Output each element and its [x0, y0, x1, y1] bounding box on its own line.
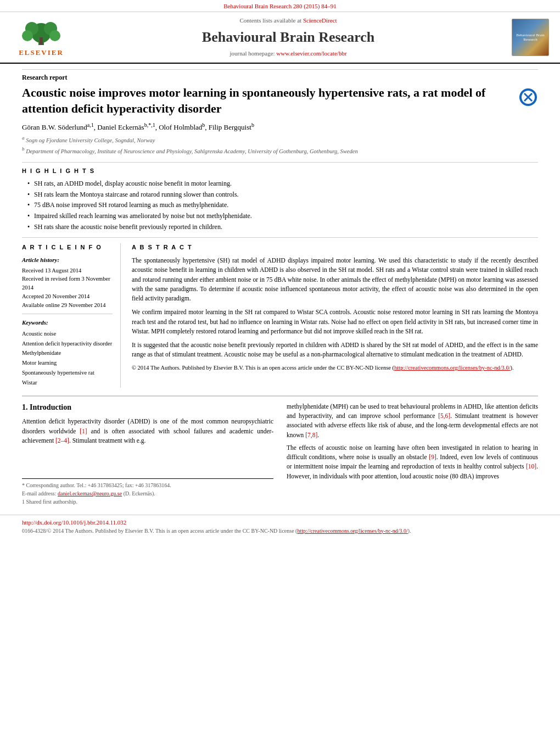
ref-1-link[interactable]: [1]	[80, 428, 87, 434]
abstract-paragraph-3: It is suggested that the acoustic noise …	[132, 341, 538, 360]
affiliation-a: a Sogn og Fjordane University College, S…	[22, 135, 538, 144]
journal-reference: Behavioural Brain Research 280 (2015) 84…	[0, 0, 560, 12]
ref-9-link[interactable]: [9]	[429, 454, 436, 460]
copyright-link[interactable]: http://creativecommons.org/licenses/by-n…	[394, 365, 511, 371]
svg-point-4	[22, 30, 33, 41]
intro-left-text: Attention deficit hyperactivity disorder…	[22, 417, 273, 445]
elsevier-tree-icon	[16, 16, 66, 47]
intro-two-col: 1. Introduction Attention deficit hypera…	[22, 402, 538, 506]
ref-2-4-link[interactable]: [2–4]	[55, 437, 69, 444]
paper-title-row: Acoustic noise improves motor learning i…	[22, 85, 538, 116]
journal-homepage: journal homepage: www.elsevier.com/locat…	[71, 49, 505, 58]
homepage-url[interactable]: www.elsevier.com/locate/bbr	[276, 50, 346, 57]
intro-paragraph-right-2: The effects of acoustic noise on learnin…	[287, 443, 538, 481]
highlights-list: SH rats, an ADHD model, display acoustic…	[22, 179, 538, 232]
online-date: Available online 29 November 2014	[22, 301, 113, 310]
journal-cover-image: Behavioural Brain Research	[512, 19, 549, 56]
intro-right-col: methylphenidate (MPH) can be used to tre…	[287, 402, 538, 506]
journal-ref-text: Behavioural Brain Research 280 (2015) 84…	[223, 3, 337, 9]
abstract-block: A B S T R A C T The spontaneously hypert…	[132, 243, 538, 388]
affiliation-b: b Department of Pharmacology, Institute …	[22, 146, 538, 155]
paper-content: Research report Acoustic noise improves …	[0, 64, 560, 512]
license-line: 0166-4328/© 2014 The Authors. Published …	[22, 527, 538, 535]
doi-bar: http://dx.doi.org/10.1016/j.bbr.2014.11.…	[0, 515, 560, 538]
keywords-list: Acoustic noise Attention deficit hyperac…	[22, 329, 113, 388]
footnote-email: E-mail address: daniel.eckernas@neuro.gu…	[22, 489, 273, 498]
journal-thumbnail: Behavioural Brain Research	[505, 19, 549, 56]
footnote-shared-first: 1 Shared first authorship.	[22, 498, 273, 506]
highlights-header: H I G H L I G H T S	[22, 167, 538, 175]
contents-line: Contents lists available at ScienceDirec…	[71, 16, 505, 25]
abstract-header: A B S T R A C T	[132, 243, 538, 252]
article-info-abstract-row: A R T I C L E I N F O Article history: R…	[22, 237, 538, 388]
article-history-dates: Received 13 August 2014 Received in revi…	[22, 266, 113, 315]
journal-name: Behavioural Brain Research	[71, 27, 505, 47]
intro-paragraph-left: Attention deficit hyperactivity disorder…	[22, 417, 273, 445]
paper-title: Acoustic noise improves motor learning i…	[22, 85, 513, 116]
abstract-paragraph-1: The spontaneously hypertensive (SH) rat …	[132, 256, 538, 303]
keyword-item: Wistar	[22, 378, 113, 388]
keyword-item: Spontaneously hypertensive rat	[22, 368, 113, 378]
elsevier-logo: ELSEVIER	[11, 16, 71, 58]
intro-right-text: methylphenidate (MPH) can be used to tre…	[287, 402, 538, 481]
keyword-item: Methylphenidate	[22, 348, 113, 358]
keyword-item: Acoustic noise	[22, 329, 113, 339]
introduction-section: 1. Introduction Attention deficit hypera…	[22, 395, 538, 506]
abstract-paragraph-2: We confirm impaired motor learning in th…	[132, 308, 538, 336]
license-link[interactable]: http://creativecommons.org/licenses/by-n…	[297, 528, 407, 534]
copyright-line: © 2014 The Authors. Published by Elsevie…	[132, 364, 538, 372]
article-info-block: A R T I C L E I N F O Article history: R…	[22, 243, 121, 388]
article-history-label: Article history:	[22, 256, 113, 264]
sciencedirect-link[interactable]: ScienceDirect	[303, 17, 337, 24]
ref-7-8-link[interactable]: [7,8]	[305, 432, 317, 438]
list-item: SH rats, an ADHD model, display acoustic…	[27, 179, 538, 188]
crossmark-logo	[518, 87, 538, 107]
homepage-label: journal homepage:	[229, 50, 275, 57]
footnote-corresponding: * Corresponding author. Tel.: +46 317863…	[22, 481, 273, 489]
accepted-date: Accepted 20 November 2014	[22, 292, 113, 301]
footnote-area: * Corresponding author. Tel.: +46 317863…	[22, 478, 273, 506]
intro-paragraph-right-1: methylphenidate (MPH) can be used to tre…	[287, 402, 538, 440]
authors-line: Göran B.W. Söderlunda,1, Daniel Eckernäs…	[22, 121, 538, 133]
doi-line: http://dx.doi.org/10.1016/j.bbr.2014.11.…	[22, 518, 538, 527]
article-info-header: A R T I C L E I N F O	[22, 243, 113, 252]
email-link[interactable]: daniel.eckernas@neuro.gu.se	[58, 490, 122, 496]
list-item: 75 dBA noise improved SH rotarod learnin…	[27, 200, 538, 210]
doi-link[interactable]: http://dx.doi.org/10.1016/j.bbr.2014.11.…	[22, 519, 126, 526]
section-type-label: Research report	[22, 69, 538, 82]
keywords-label: Keywords:	[22, 319, 113, 327]
keyword-item: Motor learning	[22, 358, 113, 368]
ref-10-link[interactable]: [10]	[526, 463, 536, 470]
received-date: Received 13 August 2014	[22, 266, 113, 275]
abstract-text: The spontaneously hypertensive (SH) rat …	[132, 256, 538, 372]
svg-point-5	[49, 30, 60, 41]
svg-rect-6	[40, 37, 43, 45]
intro-left-col: 1. Introduction Attention deficit hypera…	[22, 402, 273, 506]
list-item: Impaired skilled reach learning was amel…	[27, 211, 538, 221]
keyword-item: Attention deficit hyperactivity disorder	[22, 339, 113, 349]
list-item: SH rats learn the Montoya staircase and …	[27, 190, 538, 199]
journal-title-block: Contents lists available at ScienceDirec…	[71, 16, 505, 58]
revised-date: Received in revised form 3 November 2014	[22, 275, 113, 292]
list-item: SH rats share the acoustic noise benefit…	[27, 222, 538, 232]
journal-header: ELSEVIER Contents lists available at Sci…	[0, 12, 560, 63]
highlights-section: H I G H L I G H T S SH rats, an ADHD mod…	[22, 162, 538, 231]
contents-label: Contents lists available at	[239, 17, 301, 24]
elsevier-label: ELSEVIER	[19, 48, 64, 58]
ref-5-6-link[interactable]: [5,6]	[438, 412, 450, 419]
intro-heading: 1. Introduction	[22, 402, 273, 413]
